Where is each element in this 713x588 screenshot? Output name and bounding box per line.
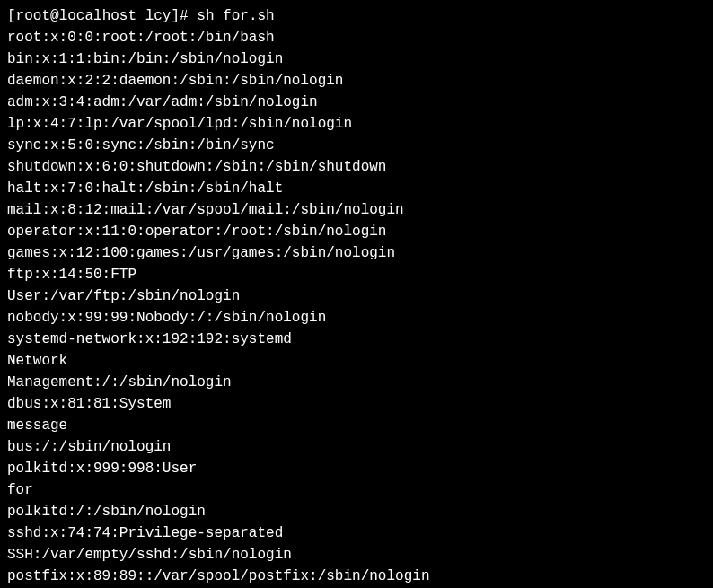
output-line: games:x:12:100:games:/usr/games:/sbin/no…	[7, 245, 395, 261]
output-line: shutdown:x:6:0:shutdown:/sbin:/sbin/shut…	[7, 159, 386, 175]
output-line: SSH:/var/empty/sshd:/sbin/nologin	[7, 547, 292, 563]
output-line: mail:x:8:12:mail:/var/spool/mail:/sbin/n…	[7, 202, 404, 218]
prompt-line-1: [root@localhost lcy]# sh for.sh	[7, 8, 275, 24]
output-line: bus:/:/sbin/nologin	[7, 439, 171, 455]
prompt-user: root	[16, 8, 50, 24]
output-line: polkitd:x:999:998:User	[7, 461, 197, 477]
output-line: Network	[7, 353, 67, 369]
output-line: sync:x:5:0:sync:/sbin:/bin/sync	[7, 137, 275, 154]
output-line: for	[7, 482, 33, 498]
terminal-container[interactable]: [root@localhost lcy]# sh for.sh root:x:0…	[7, 5, 706, 588]
prompt-path: lcy	[145, 8, 172, 24]
prompt-host: localhost	[59, 8, 136, 24]
output-line: sshd:x:74:74:Privilege-separated	[7, 525, 283, 541]
command-text: sh for.sh	[197, 8, 274, 24]
output-line: adm:x:3:4:adm:/var/adm:/sbin/nologin	[7, 94, 318, 110]
output-line: operator:x:11:0:operator:/root:/sbin/nol…	[7, 224, 386, 240]
output-line: daemon:x:2:2:daemon:/sbin:/sbin/nologin	[7, 73, 343, 89]
prompt-open-bracket: [	[7, 8, 16, 24]
output-line: User:/var/ftp:/sbin/nologin	[7, 288, 240, 304]
output-line: postfix:x:89:89::/var/spool/postfix:/sbi…	[7, 568, 429, 584]
output-line: lp:x:4:7:lp:/var/spool/lpd:/sbin/nologin	[7, 116, 352, 132]
output-line: halt:x:7:0:halt:/sbin:/sbin/halt	[7, 180, 283, 197]
output-line: nobody:x:99:99:Nobody:/:/sbin/nologin	[7, 310, 326, 326]
output-line: bin:x:1:1:bin:/bin:/sbin/nologin	[7, 51, 283, 67]
prompt-symbol: #	[180, 8, 189, 24]
output-line: root:x:0:0:root:/root:/bin/bash	[7, 30, 275, 46]
output-line: systemd-network:x:192:192:systemd	[7, 331, 292, 347]
output-line: Management:/:/sbin/nologin	[7, 374, 232, 391]
output-line: message	[7, 417, 67, 434]
prompt-close-bracket: ]	[171, 8, 180, 24]
prompt-at: @	[50, 8, 59, 24]
output-line: polkitd:/:/sbin/nologin	[7, 504, 206, 520]
output-line: ftp:x:14:50:FTP	[7, 267, 136, 283]
output-line: dbus:x:81:81:System	[7, 396, 171, 412]
